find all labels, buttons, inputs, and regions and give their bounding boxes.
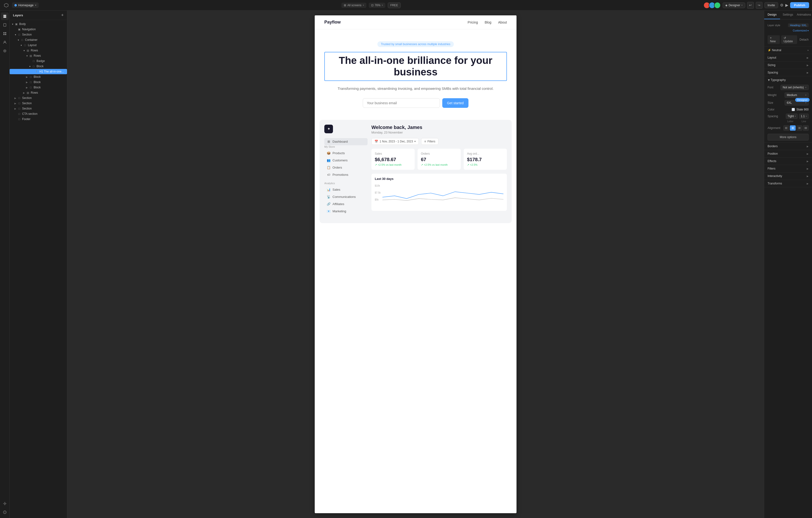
tab-animations[interactable]: Animations xyxy=(796,10,812,19)
invite-button[interactable]: Invite xyxy=(764,2,778,8)
layer-item-h1[interactable]: TH1 The all-in-one... xyxy=(9,69,67,74)
detach-button[interactable]: Detach xyxy=(800,38,809,41)
layer-item-rows2[interactable]: ▾▤Rows xyxy=(9,53,67,58)
dash-menu-dashboard[interactable]: ⊞ Dashboard xyxy=(324,138,368,145)
pages-icon[interactable] xyxy=(1,21,9,29)
sizing-section-header[interactable]: Sizing ▶ xyxy=(764,61,812,69)
typography-header[interactable]: ◀ Typography xyxy=(764,77,812,84)
interactivity-header[interactable]: Interactivity ▶ xyxy=(764,173,812,180)
spacing-fields: Tight ▾ 1.1 ▾ xyxy=(786,114,809,119)
layer-item-block1[interactable]: ▾□Block xyxy=(9,64,67,69)
borders-header[interactable]: Borders ▶ xyxy=(764,143,812,150)
filters-header[interactable]: Filters ▶ xyxy=(764,165,812,172)
dash-menu-marketing[interactable]: 📧 Marketing xyxy=(324,208,368,215)
hero-heading[interactable]: The all-in-one brilliance for your busin… xyxy=(324,52,507,81)
dash-menu-communications[interactable]: 📡 Communications xyxy=(324,193,368,201)
layers-add-button[interactable]: + xyxy=(61,13,64,17)
layer-item-block2[interactable]: ▶□Block xyxy=(9,74,67,80)
users-icon[interactable] xyxy=(1,38,9,46)
update-button[interactable]: ↺ Update xyxy=(781,35,797,44)
dash-menu-customers[interactable]: 👥 Customers xyxy=(324,157,368,164)
layers-header: Layers + xyxy=(9,10,67,20)
transforms-header[interactable]: Transforms ▶ xyxy=(764,180,812,187)
align-left-button[interactable] xyxy=(783,125,789,131)
designer-selector[interactable]: ◈ Designer ▾ xyxy=(723,2,745,8)
color-label: Color xyxy=(767,108,775,111)
layer-item-rows1[interactable]: ▾▤Rows xyxy=(9,48,67,53)
position-header[interactable]: Position ▶ xyxy=(764,150,812,157)
canvas-area[interactable]: Payflow Pricing Blog About Trusted by sm… xyxy=(67,10,764,518)
marketing-icon: 📧 xyxy=(327,209,330,213)
layer-item-badge[interactable]: □Badge xyxy=(9,58,67,64)
layer-item-section1[interactable]: ▾□Section xyxy=(9,32,67,37)
line-height-value: 1.1 xyxy=(801,115,805,118)
nav-link-about[interactable]: About xyxy=(498,21,507,24)
settings-sidebar-icon[interactable] xyxy=(1,500,9,508)
hero-cta-button[interactable]: Get started xyxy=(442,98,468,108)
layer-item-section2[interactable]: ▶□Section xyxy=(9,95,67,101)
more-options-button[interactable]: More options xyxy=(767,134,809,141)
layer-item-block3[interactable]: ▶□Block xyxy=(9,80,67,85)
publish-button[interactable]: Publish xyxy=(790,2,809,8)
app-logo[interactable] xyxy=(3,2,9,9)
assets-icon[interactable] xyxy=(1,47,9,55)
letter-spacing-field[interactable]: Tight ▾ xyxy=(786,114,798,119)
layer-item-body[interactable]: ▾▣Body xyxy=(9,21,67,27)
screens-selector[interactable]: ⊞ All screens ▾ xyxy=(341,3,366,8)
layer-item-cta[interactable]: □CTA section xyxy=(9,111,67,117)
layer-item-layout[interactable]: ▾□Layout xyxy=(9,42,67,48)
layer-item-rows3[interactable]: ▶▤Rows xyxy=(9,90,67,95)
layer-item-footer[interactable]: □Footer xyxy=(9,117,67,122)
new-button[interactable]: + New xyxy=(767,35,780,44)
nav-link-pricing[interactable]: Pricing xyxy=(468,21,478,24)
dash-menu-promotions[interactable]: 🏷 Promotions xyxy=(324,171,368,178)
effects-header[interactable]: Effects ▶ xyxy=(764,157,812,165)
spacing-section-header[interactable]: Spacing ▶ xyxy=(764,69,812,76)
date-range-filter[interactable]: 📅 1 Nov, 2023 - 1 Dec, 2023 ▾ xyxy=(371,138,419,145)
orders-icon: 📋 xyxy=(327,166,330,170)
tab-design[interactable]: Design xyxy=(764,10,780,19)
plan-badge[interactable]: FREE xyxy=(388,2,401,8)
customized-badge[interactable]: Customized xyxy=(793,29,807,32)
components-icon[interactable] xyxy=(1,30,9,37)
alignment-label: Alignment xyxy=(767,126,780,130)
redo-button[interactable]: ↪ xyxy=(756,2,762,9)
filter-row: 📅 1 Nov, 2023 - 1 Dec, 2023 ▾ ≡ Filters xyxy=(371,138,507,145)
nav-link-blog[interactable]: Blog xyxy=(485,21,491,24)
layers-icon[interactable] xyxy=(1,12,9,20)
play-icon-btn[interactable]: ▶ xyxy=(785,3,788,7)
line-height-field[interactable]: 1.1 ▾ xyxy=(799,114,809,119)
layer-style-value[interactable]: Heading / 6XL xyxy=(788,23,809,27)
align-right-button[interactable] xyxy=(796,125,802,131)
dash-menu-products[interactable]: 📦 Products xyxy=(324,150,368,157)
layer-item-section4[interactable]: ▶□Section xyxy=(9,106,67,111)
hero-email-input[interactable] xyxy=(363,98,440,108)
layer-arrow-block2: ▶ xyxy=(25,75,29,78)
layout-section-header[interactable]: Layout ▶ xyxy=(764,54,812,61)
align-justify-button[interactable] xyxy=(803,125,809,131)
font-selector[interactable]: Not set (inherits) ▾ xyxy=(781,85,809,90)
settings-icon-btn[interactable]: ⚙ xyxy=(780,3,783,7)
effects-title: Effects xyxy=(767,159,776,163)
filters-button[interactable]: ≡ Filters xyxy=(421,138,438,145)
layer-name-badge: Badge xyxy=(36,59,45,63)
undo-button[interactable]: ↩ xyxy=(747,2,754,9)
page-selector[interactable]: Homepage ▾ xyxy=(12,2,39,8)
align-center-button[interactable] xyxy=(790,125,796,131)
help-icon[interactable]: ? xyxy=(1,508,9,516)
layer-item-container[interactable]: ▾□Container xyxy=(9,37,67,42)
color-selector[interactable]: Slate 900 xyxy=(791,108,809,111)
zoom-selector[interactable]: ⊡ 76% ▾ xyxy=(369,3,385,8)
tab-settings[interactable]: Settings xyxy=(780,10,796,19)
dash-menu-affiliates[interactable]: 🔗 Affiliates xyxy=(324,201,368,208)
weight-selector[interactable]: Medium ▾ xyxy=(785,92,809,98)
layer-item-navigation[interactable]: ▣Navigation xyxy=(9,27,67,32)
dash-menu-orders[interactable]: 📋 Orders xyxy=(324,164,368,171)
hero-badge: Trusted by small businesses across multi… xyxy=(377,41,454,47)
layer-item-block4[interactable]: ▶□Block xyxy=(9,85,67,90)
layer-icon-rows3: ▤ xyxy=(26,91,30,95)
svg-rect-8 xyxy=(5,34,6,35)
dash-menu-sales[interactable]: 📊 Sales xyxy=(324,186,368,193)
layer-item-section3[interactable]: ▶□Section xyxy=(9,101,67,106)
position-title: Position xyxy=(767,152,778,155)
